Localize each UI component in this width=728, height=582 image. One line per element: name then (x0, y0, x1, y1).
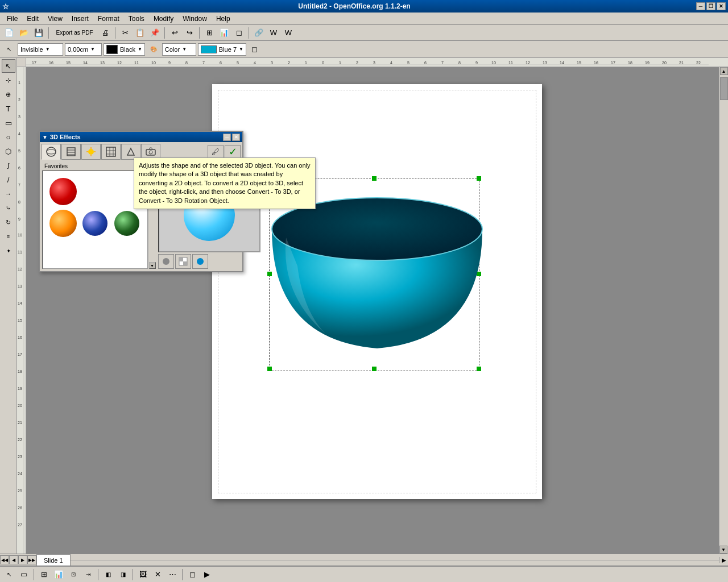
bt-more[interactable]: ⋯ (166, 568, 179, 581)
menu-window[interactable]: Window (178, 14, 212, 24)
bt-delete[interactable]: ✕ (151, 568, 164, 581)
handle-tr[interactable] (477, 176, 481, 181)
svg-text:15: 15 (18, 318, 22, 322)
fav-sphere-green[interactable] (113, 210, 140, 237)
print-button[interactable]: 🖨 (98, 26, 112, 40)
bt-table[interactable]: ⊞ (37, 568, 51, 581)
insert-object-button[interactable]: ◻ (232, 26, 246, 40)
favorites-grid (42, 171, 148, 269)
menu-insert[interactable]: Insert (67, 14, 93, 24)
select-icon[interactable]: ↖ (2, 43, 16, 56)
vscroll-up[interactable]: ▲ (720, 67, 728, 75)
bt-insert-img[interactable]: 🖼 (136, 568, 150, 581)
svg-text:16: 16 (18, 335, 22, 339)
fav-sphere-blue-dark[interactable] (81, 210, 109, 237)
bt-tab-order[interactable]: ⇥ (81, 568, 95, 581)
vscrollbar[interactable]: ▲ ▼ (719, 67, 728, 554)
menu-modify[interactable]: Modify (149, 14, 178, 24)
fill-color-label: Blue 7 (219, 46, 237, 53)
bt-select[interactable]: ↖ (2, 568, 16, 581)
bt-shapes[interactable]: ◻ (185, 568, 199, 581)
menu-view[interactable]: View (43, 14, 67, 24)
autocorrect-button[interactable]: W (282, 26, 295, 40)
fav-sphere-orange[interactable] (49, 210, 77, 237)
restore-button[interactable]: ❐ (706, 2, 715, 10)
fav-scroll-down[interactable]: ▼ (149, 262, 156, 269)
tab-geometry[interactable] (42, 144, 61, 160)
preview-color-btn[interactable] (192, 254, 208, 269)
panel-ok-button[interactable]: ✓ (225, 145, 241, 159)
export-pdf-button[interactable]: Export as PDF (52, 26, 97, 40)
color-picker-button[interactable]: 🎨 (147, 43, 160, 56)
menu-format[interactable]: Format (93, 14, 124, 24)
object-properties-button[interactable]: ◻ (248, 43, 262, 56)
slide-first-btn[interactable]: ◀◀ (0, 555, 9, 564)
panel-3d-titlebar[interactable]: ▼ 3D Effects ─ ✕ (40, 132, 242, 142)
fav-sphere-red[interactable] (49, 178, 77, 205)
select-tool[interactable]: ↖ (2, 59, 15, 73)
text-tool[interactable]: T (2, 102, 15, 115)
line-color-dropdown[interactable]: Black ▼ (104, 43, 145, 56)
hyperlink-button[interactable]: 🔗 (252, 26, 266, 40)
handle-bc[interactable] (372, 367, 377, 371)
svg-text:15: 15 (577, 61, 581, 65)
special-tool[interactable]: ✦ (2, 244, 15, 257)
fill-color-dropdown[interactable]: Blue 7 ▼ (198, 43, 246, 56)
arrow-tool[interactable]: → (2, 187, 15, 201)
insert-table-button[interactable]: ⊞ (202, 26, 216, 40)
handle-bl[interactable] (267, 367, 272, 371)
menu-tools[interactable]: Tools (124, 14, 149, 24)
tab-shading[interactable] (61, 144, 81, 160)
insert-chart-button[interactable]: 📊 (217, 26, 231, 40)
slide-prev-btn[interactable]: ◀ (9, 555, 18, 564)
bt-select-all[interactable]: ⊡ (67, 568, 80, 581)
tab-texture[interactable] (101, 144, 121, 160)
rectangle-tool[interactable]: ▭ (2, 116, 15, 130)
minimize-button[interactable]: ─ (696, 2, 705, 10)
slide-last-btn[interactable]: ▶▶ (27, 555, 36, 564)
align-tool[interactable]: ≡ (2, 230, 15, 243)
close-button[interactable]: ✕ (717, 2, 726, 10)
bt-select-rect[interactable]: ▭ (17, 568, 31, 581)
slide-tab-1[interactable]: Slide 1 (36, 554, 71, 566)
tab-illumination[interactable] (81, 144, 101, 160)
copy-button[interactable]: 📋 (133, 26, 147, 40)
new-button[interactable]: 📄 (2, 26, 16, 40)
redo-button[interactable]: ↪ (183, 26, 196, 40)
paste-button[interactable]: 📌 (148, 26, 162, 40)
panel-apply-button[interactable]: 🖋 (208, 145, 224, 159)
bt-para-left[interactable]: ◧ (101, 568, 115, 581)
menu-file[interactable]: File (2, 14, 22, 24)
line-style-dropdown[interactable]: Invisible ▼ (18, 43, 63, 56)
ellipse-tool[interactable]: ○ (2, 130, 15, 144)
panel-3d-minimize[interactable]: ─ (223, 134, 231, 141)
connector-tool[interactable]: ⤷ (2, 201, 15, 215)
vscroll-down[interactable]: ▼ (719, 546, 727, 554)
open-button[interactable]: 📂 (17, 26, 31, 40)
spelling-button[interactable]: W (267, 26, 280, 40)
vscroll-thumb[interactable] (720, 77, 728, 100)
menu-edit[interactable]: Edit (22, 14, 43, 24)
point-edit-tool[interactable]: ⊹ (2, 73, 15, 87)
slide-scroll-right[interactable]: ▶ (719, 557, 728, 563)
line-width-dropdown[interactable]: 0,00cm ▼ (65, 43, 102, 56)
preview-bg-btn[interactable] (175, 254, 191, 269)
save-button[interactable]: 💾 (32, 26, 46, 40)
bt-para-right[interactable]: ◨ (116, 568, 130, 581)
bt-more2[interactable]: ▶ (200, 568, 214, 581)
menu-help[interactable]: Help (212, 14, 235, 24)
preview-grayscale-btn[interactable] (158, 254, 174, 269)
rotate-tool[interactable]: ↻ (2, 215, 15, 229)
zoom-tool[interactable]: ⊕ (2, 88, 15, 101)
cut-button[interactable]: ✂ (118, 26, 132, 40)
polygon-tool[interactable]: ⬡ (2, 144, 15, 158)
handle-tc[interactable] (372, 176, 377, 181)
fill-type-dropdown[interactable]: Color ▼ (162, 43, 196, 56)
undo-button[interactable]: ↩ (168, 26, 181, 40)
handle-br[interactable] (477, 367, 481, 371)
slide-next-btn[interactable]: ▶ (18, 555, 27, 564)
line-tool[interactable]: / (2, 173, 15, 186)
panel-3d-close[interactable]: ✕ (232, 134, 240, 141)
bt-chart[interactable]: 📊 (52, 568, 65, 581)
curve-tool[interactable]: ∫ (2, 159, 15, 172)
